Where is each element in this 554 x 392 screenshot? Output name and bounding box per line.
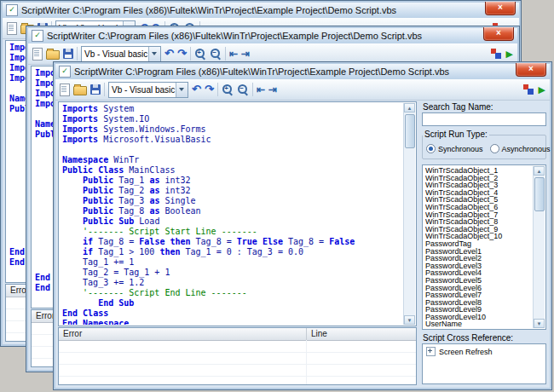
title-bar[interactable]: ✓ ScriptWriter C:\Program Files (x86)\Fu… (28, 28, 517, 44)
new-file-icon[interactable] (60, 84, 70, 96)
editor-scrollbar[interactable]: ▲ ▼ (403, 103, 415, 325)
scroll-down-icon[interactable]: ▼ (534, 319, 545, 328)
new-file-icon[interactable] (7, 22, 17, 35)
error-row[interactable] (59, 353, 416, 365)
open-file-icon[interactable] (73, 86, 87, 95)
cross-reference-item: Screen Refresh (439, 348, 493, 356)
close-button[interactable]: × (516, 63, 546, 77)
chevron-down-icon[interactable] (176, 83, 188, 97)
code-line: Tag_2 = Tag_1 + 1 (62, 268, 403, 278)
plus-glyph: + (197, 49, 201, 56)
radio-synchronous[interactable]: Synchronous (426, 144, 483, 153)
language-select-value: Vb - Visual basic (109, 85, 176, 95)
tag-list-items: WinTrScadaObject_1WinTrScadaObject_2WinT… (425, 167, 533, 328)
cross-reference-label: Script Cross Reference: (423, 333, 513, 343)
zoom-out-icon[interactable]: − (237, 84, 249, 95)
title-bar[interactable]: ✓ ScriptWriter C:\Program Files (x86)\Fu… (55, 64, 550, 80)
language-select[interactable]: Vb - Visual basic (81, 46, 161, 62)
toolbar-separator (190, 47, 191, 61)
code-line: Public Class MainClass (62, 165, 403, 176)
scrollbar-thumb[interactable] (534, 177, 545, 211)
toolbar-right-group: ▶ (522, 84, 545, 95)
zoom-in-icon[interactable]: + (194, 48, 206, 60)
code-editor[interactable]: Imports SystemImports System.IOImports S… (58, 101, 417, 326)
undo-icon[interactable]: ↶ (164, 48, 174, 60)
zoom-out-icon[interactable]: − (210, 48, 222, 60)
check-script-icon[interactable] (490, 48, 502, 60)
code-line: Public Tag_1 as int32 (62, 176, 403, 186)
toolbar-separator (77, 47, 78, 61)
window-title: ScriptWriter C:\Program Files (x86)\Fult… (74, 66, 512, 77)
title-bar[interactable]: ✓ ScriptWriter C:\Program Files (x86)\Fu… (3, 3, 519, 19)
save-file-icon[interactable] (63, 49, 73, 59)
code-line: Public Tag_2 as int32 (62, 186, 403, 196)
run-script-icon[interactable]: ▶ (539, 84, 545, 95)
check-script-icon[interactable] (522, 84, 534, 95)
toolbar: Vb - Visual basic ↶ ↷ + − ⇤ ⇥ (55, 79, 550, 101)
zoom-in-icon[interactable]: + (222, 84, 234, 95)
open-file-icon[interactable] (46, 50, 60, 60)
error-column-header[interactable]: Error (59, 328, 307, 340)
app-icon: ✓ (32, 30, 43, 42)
code-line: if Tag_8 = False then Tag_8 = True Else … (62, 237, 403, 247)
code-line: Namespace WinTr (62, 155, 403, 165)
tag-list-item[interactable]: UserName (425, 320, 533, 328)
window-title: ScriptWriter C:\Program Files (x86)\Fult… (21, 5, 482, 15)
code-line: '------- Script Start Line ------- (62, 227, 403, 237)
code-line: Public Sub Load (62, 216, 403, 227)
scroll-up-icon[interactable]: ▲ (534, 166, 545, 176)
toolbar-separator (225, 47, 226, 61)
language-select-value: Vb - Visual basic (82, 49, 148, 59)
toolbar-separator (252, 83, 253, 96)
code-line: if Tag_1 > 100 then Tag_1 = 0 : Tag_3 = … (62, 247, 403, 257)
radio-dot-selected (426, 144, 436, 153)
new-file-icon[interactable] (32, 48, 43, 61)
radio-asynchronous-label: Asynchronous (502, 145, 551, 153)
redo-icon[interactable]: ↷ (177, 48, 187, 60)
indent-icon[interactable]: ⇥ (241, 48, 250, 60)
run-type-options: Synchronous Asynchronous (426, 144, 544, 153)
redo-icon[interactable]: ↷ (205, 84, 214, 95)
radio-dot (490, 144, 499, 153)
minus-glyph: − (239, 84, 244, 92)
chevron-down-icon[interactable] (148, 47, 160, 61)
blue-square (528, 89, 534, 95)
tag-panel: Search Tag Name: Script Run Type: Synchr… (421, 101, 547, 385)
tree-expand-icon[interactable] (426, 347, 436, 356)
run-script-icon[interactable]: ▶ (506, 48, 513, 60)
code-line: Imports System.IO (62, 114, 403, 124)
radio-asynchronous[interactable]: Asynchronous (490, 144, 551, 153)
undo-icon[interactable]: ↶ (192, 84, 201, 95)
scrollbar-thumb[interactable] (405, 114, 415, 148)
code-line: '------- Script End Line ------- (62, 288, 403, 298)
close-button[interactable]: × (483, 27, 514, 41)
code-line: End Sub (62, 298, 403, 308)
line-column-header[interactable]: Line (307, 328, 416, 340)
error-row[interactable] (59, 365, 416, 377)
tag-list-scrollbar[interactable]: ▲ ▼ (533, 166, 545, 328)
minus-glyph: − (212, 49, 216, 56)
scroll-up-icon[interactable]: ▲ (404, 103, 415, 112)
scroll-down-icon[interactable]: ▼ (404, 315, 415, 325)
indent-icon[interactable]: ⇥ (268, 84, 277, 95)
outdent-icon[interactable]: ⇤ (229, 48, 238, 60)
cross-reference-tree[interactable]: Screen Refresh (422, 343, 546, 384)
search-tag-input[interactable] (422, 112, 546, 126)
code-line: End Namespace (62, 319, 403, 325)
tag-list[interactable]: WinTrScadaObject_1WinTrScadaObject_2WinT… (422, 164, 546, 330)
code-line: Imports Microsoft.VisualBasic (62, 135, 403, 145)
code-text[interactable]: Imports SystemImports System.IOImports S… (62, 104, 403, 325)
scriptwriter-window-front: ✓ ScriptWriter C:\Program Files (x86)\Fu… (53, 61, 552, 390)
error-list-header: Error Line (59, 328, 416, 341)
language-select[interactable]: Vb - Visual basic (108, 82, 188, 98)
scriptwriter-window-frame: ✓ ScriptWriter C:\Program Files (x86)\Fu… (53, 61, 552, 390)
save-file-icon[interactable] (90, 84, 101, 95)
error-row[interactable] (59, 341, 416, 353)
toolbar-separator (217, 83, 218, 96)
app-icon: ✓ (6, 4, 18, 16)
tree-node[interactable]: Screen Refresh (426, 347, 542, 356)
close-button[interactable]: × (485, 2, 516, 15)
outdent-icon[interactable]: ⇤ (257, 84, 265, 95)
blue-square (495, 53, 501, 59)
code-line: Imports System (62, 104, 403, 114)
